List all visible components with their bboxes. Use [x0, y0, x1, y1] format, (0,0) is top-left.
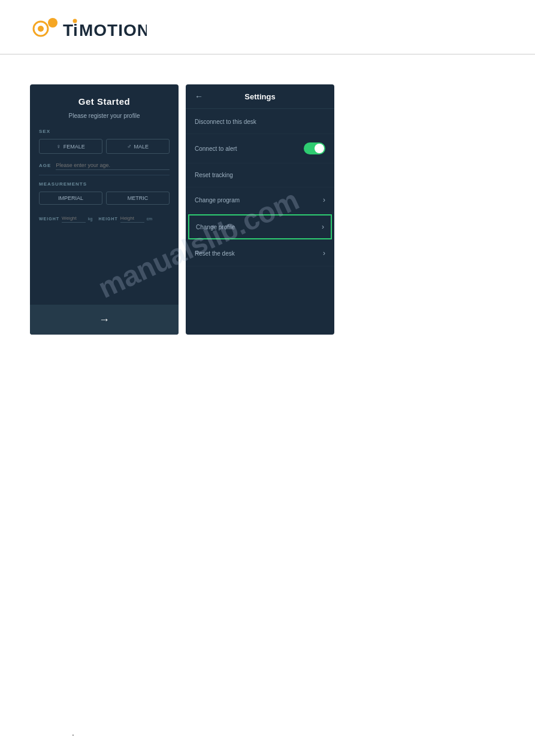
- imperial-button[interactable]: IMPERIAL: [39, 192, 102, 205]
- settings-screen: ← Settings Disconnect to this desk Conne…: [186, 84, 334, 335]
- settings-item-change-program[interactable]: Change program ›: [186, 187, 334, 213]
- svg-point-1: [48, 18, 58, 28]
- svg-text:i: i: [73, 21, 78, 40]
- change-program-label: Change program: [195, 197, 240, 204]
- height-unit: cm: [147, 217, 152, 221]
- female-label: FEMALE: [64, 144, 85, 150]
- measurements-section: MEASUREMENTS IMPERIAL METRIC WEIGHT kg H…: [39, 181, 170, 223]
- settings-title: Settings: [244, 92, 275, 101]
- metric-button[interactable]: METRIC: [106, 192, 170, 205]
- svg-text:T: T: [63, 21, 74, 40]
- back-arrow-icon[interactable]: ←: [195, 92, 203, 101]
- disconnect-label: Disconnect to this desk: [195, 119, 256, 125]
- chevron-right-icon: ›: [323, 196, 325, 204]
- height-label: HEIGHT: [98, 217, 117, 221]
- male-icon: ♂: [127, 143, 132, 150]
- height-input[interactable]: [120, 214, 144, 223]
- page-header: T i MOTION: [0, 0, 535, 54]
- settings-item-reset-tracking[interactable]: Reset tracking: [186, 163, 334, 187]
- footer: .: [72, 727, 74, 738]
- female-icon: ♀: [56, 143, 61, 150]
- get-started-subtitle: Please register your profile: [39, 113, 170, 119]
- svg-point-2: [38, 26, 44, 32]
- connect-alert-toggle[interactable]: [304, 142, 325, 154]
- age-divider: [39, 175, 170, 175]
- settings-header: ← Settings: [186, 84, 334, 108]
- female-button[interactable]: ♀ FEMALE: [39, 139, 102, 154]
- settings-divider: [186, 108, 334, 109]
- weight-group: WEIGHT kg: [39, 214, 92, 223]
- weight-unit: kg: [88, 217, 92, 221]
- logo: T i MOTION: [30, 12, 505, 45]
- footer-dot: .: [72, 728, 74, 737]
- unit-buttons: IMPERIAL METRIC: [39, 192, 170, 205]
- weight-height-row: WEIGHT kg HEIGHT cm: [39, 214, 170, 223]
- main-content: Get Started Please register your profile…: [0, 54, 535, 359]
- sex-buttons: ♀ FEMALE ♂ MALE: [39, 139, 170, 154]
- svg-point-5: [73, 19, 77, 23]
- male-button[interactable]: ♂ MALE: [106, 139, 170, 154]
- chevron-right-change-profile-icon: ›: [322, 223, 324, 231]
- svg-text:MOTION: MOTION: [79, 21, 147, 40]
- age-input[interactable]: [56, 161, 170, 170]
- settings-item-connect-alert[interactable]: Connect to alert: [186, 134, 334, 163]
- settings-item-reset-desk[interactable]: Reset the desk ›: [186, 241, 334, 266]
- height-group: HEIGHT cm: [98, 214, 152, 223]
- chevron-right-reset-desk-icon: ›: [323, 249, 325, 257]
- age-label: AGE: [39, 163, 51, 168]
- screens-row: Get Started Please register your profile…: [30, 84, 505, 335]
- change-profile-label: Change profile: [196, 224, 235, 230]
- get-started-title: Get Started: [39, 96, 170, 107]
- weight-label: WEIGHT: [39, 217, 59, 221]
- next-button[interactable]: →: [99, 314, 110, 326]
- get-started-content: Get Started Please register your profile…: [30, 84, 179, 253]
- reset-tracking-label: Reset tracking: [195, 172, 233, 178]
- weight-input[interactable]: [62, 214, 86, 223]
- reset-desk-label: Reset the desk: [195, 250, 235, 257]
- sex-label: SEX: [39, 129, 170, 134]
- bottom-bar: →: [30, 305, 179, 335]
- settings-item-change-profile[interactable]: Change profile ›: [188, 214, 332, 239]
- connect-alert-label: Connect to alert: [195, 145, 237, 152]
- measurements-label: MEASUREMENTS: [39, 181, 170, 187]
- settings-item-disconnect[interactable]: Disconnect to this desk: [186, 110, 334, 134]
- get-started-screen: Get Started Please register your profile…: [30, 84, 179, 335]
- male-label: MALE: [134, 144, 149, 150]
- age-row: AGE: [39, 161, 170, 170]
- logo-icon: T i MOTION: [30, 12, 147, 45]
